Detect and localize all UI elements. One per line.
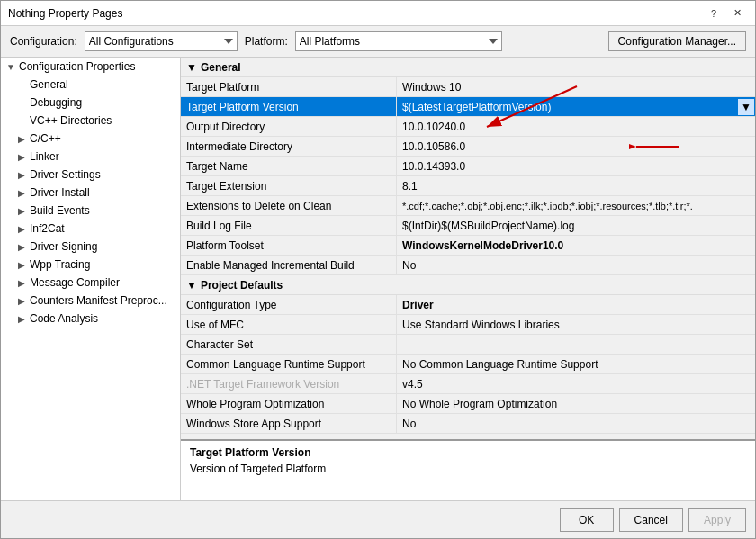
close-button[interactable]: ✕ xyxy=(726,4,748,22)
prop-row-intermediate-dir[interactable]: Intermediate Directory 10.0.10586.0 xyxy=(181,137,755,157)
prop-row-extensions-delete[interactable]: Extensions to Delete on Clean *.cdf;*.ca… xyxy=(181,196,755,216)
tree-item-code-analysis[interactable]: ▶ Code Analysis xyxy=(1,310,180,328)
tree-item-vc-directories[interactable]: VC++ Directories xyxy=(1,112,180,130)
collapse-icon: ▼ xyxy=(186,61,197,74)
prop-row-net-target[interactable]: .NET Target Framework Version v4.5 xyxy=(181,374,755,394)
platform-select[interactable]: All Platforms xyxy=(295,31,502,51)
general-section-header[interactable]: ▼ General xyxy=(181,58,755,77)
prop-name: Output Directory xyxy=(181,117,397,136)
tree-item-label: Counters Manifest Preproc... xyxy=(30,294,167,307)
prop-name: Enable Managed Incremental Build xyxy=(181,256,397,274)
prop-row-enable-managed[interactable]: Enable Managed Incremental Build No xyxy=(181,256,755,275)
prop-value: 10.0.10240.0 xyxy=(397,117,755,136)
description-panel: Target Platform Version Version of Targe… xyxy=(181,439,755,500)
expand-icon-build: ▶ xyxy=(15,206,28,216)
prop-name: Whole Program Optimization xyxy=(181,394,397,413)
prop-row-target-platform[interactable]: Target Platform Windows 10 xyxy=(181,77,755,97)
prop-value: 10.0.14393.0 xyxy=(397,157,755,175)
prop-row-platform-toolset[interactable]: Platform Toolset WindowsKernelModeDriver… xyxy=(181,236,755,256)
tree-item-inf2cat[interactable]: ▶ Inf2Cat xyxy=(1,220,180,238)
tree-item-label: VC++ Directories xyxy=(30,114,112,127)
bottom-bar: OK Cancel Apply xyxy=(1,500,755,538)
props-panel: ▼ General Target Platform Windows 10 Tar… xyxy=(181,58,755,500)
prop-name: Use of MFC xyxy=(181,315,397,334)
title-bar: Nothing Property Pages ? ✕ xyxy=(1,1,755,26)
prop-row-use-mfc[interactable]: Use of MFC Use Standard Windows Librarie… xyxy=(181,315,755,335)
window-title: Nothing Property Pages xyxy=(8,7,122,20)
expand-icon-counters: ▶ xyxy=(15,296,28,306)
prop-name: Target Platform Version xyxy=(181,97,397,116)
tree-item-label: Linker xyxy=(30,150,59,163)
platform-label: Platform: xyxy=(245,35,288,48)
expand-icon-signing: ▶ xyxy=(15,242,28,252)
prop-name: Windows Store App Support xyxy=(181,414,397,433)
tree-item-label: Code Analysis xyxy=(30,312,98,325)
prop-name: Character Set xyxy=(181,335,397,354)
prop-row-output-dir[interactable]: Output Directory 10.0.10240.0 xyxy=(181,117,755,137)
prop-row-clr[interactable]: Common Language Runtime Support No Commo… xyxy=(181,355,755,374)
expand-icon-msg: ▶ xyxy=(15,278,28,288)
config-bar: Configuration: All Configurations Platfo… xyxy=(1,26,755,58)
prop-name: Build Log File xyxy=(181,216,397,235)
tree-item-debugging[interactable]: Debugging xyxy=(1,94,180,112)
tree-item-label: Debugging xyxy=(30,96,82,109)
prop-name: Target Extension xyxy=(181,176,397,195)
description-text: Version of Targeted Platform xyxy=(190,463,746,475)
prop-value: WindowsKernelModeDriver10.0 xyxy=(397,236,755,255)
tree-item-wpp-tracing[interactable]: ▶ Wpp Tracing xyxy=(1,256,180,274)
prop-value: 10.0.10586.0 xyxy=(397,137,755,156)
prop-name: Common Language Runtime Support xyxy=(181,355,397,373)
red-left-arrow xyxy=(629,139,683,155)
config-label: Configuration: xyxy=(10,35,77,48)
help-button[interactable]: ? xyxy=(703,4,724,22)
tree-item-label: Configuration Properties xyxy=(19,60,135,73)
prop-row-char-set[interactable]: Character Set xyxy=(181,335,755,355)
tree-item-label: Message Compiler xyxy=(30,276,120,289)
tree-item-label: General xyxy=(30,78,68,91)
config-manager-button[interactable]: Configuration Manager... xyxy=(608,31,746,51)
tree-item-message-compiler[interactable]: ▶ Message Compiler xyxy=(1,274,180,292)
prop-row-win-store[interactable]: Windows Store App Support No xyxy=(181,414,755,434)
prop-value: *.cdf;*.cache;*.obj;*.obj.enc;*.ilk;*.ip… xyxy=(397,196,755,215)
expand-icon-wpp: ▶ xyxy=(15,260,28,270)
tree-item-general[interactable]: General xyxy=(1,76,180,94)
prop-value: No xyxy=(397,414,755,433)
prop-row-config-type[interactable]: Configuration Type Driver xyxy=(181,295,755,315)
tree-item-config-props[interactable]: ▼ Configuration Properties xyxy=(1,58,180,76)
expand-icon-code: ▶ xyxy=(15,314,28,324)
prop-row-target-platform-version[interactable]: Target Platform Version $(LatestTargetPl… xyxy=(181,97,755,117)
props-table-container: ▼ General Target Platform Windows 10 Tar… xyxy=(181,58,755,439)
tree-item-cpp[interactable]: ▶ C/C++ xyxy=(1,130,180,148)
prop-row-target-ext[interactable]: Target Extension 8.1 xyxy=(181,176,755,196)
title-bar-controls: ? ✕ xyxy=(703,4,748,22)
tree-item-label: Inf2Cat xyxy=(30,222,65,235)
tree-item-label: Wpp Tracing xyxy=(30,258,90,271)
cancel-button[interactable]: Cancel xyxy=(619,508,683,532)
dropdown-btn[interactable]: ▼ xyxy=(737,98,755,116)
prop-value: Windows 10 xyxy=(397,77,755,96)
prop-row-build-log[interactable]: Build Log File $(IntDir)$(MSBuildProject… xyxy=(181,216,755,236)
prop-value: 8.1 xyxy=(397,176,755,195)
tree-panel: ▼ Configuration Properties General Debug… xyxy=(1,58,181,500)
tree-item-driver-settings[interactable]: ▶ Driver Settings xyxy=(1,166,180,184)
tree-item-label: C/C++ xyxy=(30,132,61,145)
prop-name: Target Platform xyxy=(181,77,397,96)
expand-icon-driver: ▶ xyxy=(15,170,28,180)
prop-name: Intermediate Directory xyxy=(181,137,397,156)
project-defaults-section-header[interactable]: ▼ Project Defaults xyxy=(181,275,755,295)
tree-item-driver-install[interactable]: ▶ Driver Install xyxy=(1,184,180,202)
tree-item-label: Driver Install xyxy=(30,186,90,199)
configuration-select[interactable]: All Configurations xyxy=(85,31,238,51)
prop-name: Extensions to Delete on Clean xyxy=(181,196,397,215)
tree-item-linker[interactable]: ▶ Linker xyxy=(1,148,180,166)
tree-item-build-events[interactable]: ▶ Build Events xyxy=(1,202,180,220)
prop-row-target-name[interactable]: Target Name 10.0.14393.0 xyxy=(181,157,755,176)
prop-value: No Whole Program Optimization xyxy=(397,394,755,413)
tree-item-counters[interactable]: ▶ Counters Manifest Preproc... xyxy=(1,292,180,310)
prop-row-whole-prog[interactable]: Whole Program Optimization No Whole Prog… xyxy=(181,394,755,414)
apply-button[interactable]: Apply xyxy=(688,508,746,532)
section-label: Project Defaults xyxy=(201,279,283,292)
prop-value: Use Standard Windows Libraries xyxy=(397,315,755,334)
tree-item-driver-signing[interactable]: ▶ Driver Signing xyxy=(1,238,180,256)
ok-button[interactable]: OK xyxy=(560,508,614,532)
